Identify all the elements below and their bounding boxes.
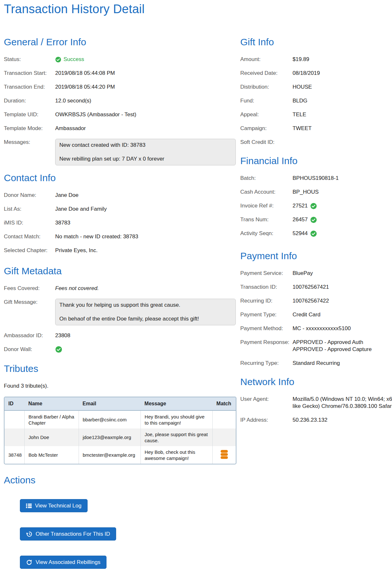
recurring-type-value: Standard Recurring	[293, 360, 340, 367]
received-date-row: Received Date: 08/18/2019	[240, 70, 392, 77]
trans-num-row: Trans Num: 26457	[240, 216, 392, 223]
column-header-email: Email	[79, 397, 141, 410]
donor-name-value: Jane Doe	[55, 192, 79, 199]
batch-label: Batch:	[240, 175, 293, 182]
column-header-message: Message	[141, 397, 212, 410]
column-header-match: Match	[213, 397, 236, 410]
activity-seqn-label: Activity Seqn:	[240, 230, 293, 237]
transaction-start-value: 2019/08/18 05:44:08 PM	[55, 70, 115, 77]
history-icon	[26, 531, 32, 537]
tribute-email-cell: bmctester@example.org	[79, 446, 141, 464]
table-row: John Doe jdoe123@eaxmple.org Joe, please…	[4, 428, 236, 446]
imis-id-label: iMIS ID:	[4, 219, 55, 226]
payment-service-row: Payment Service: BluePay	[240, 270, 392, 277]
redo-icon	[26, 559, 32, 566]
section-heading-actions: Actions	[4, 475, 240, 486]
invoice-ref-value: 27521	[293, 202, 317, 209]
transaction-start-label: Transaction Start:	[4, 70, 55, 77]
content-columns: General / Error Info Status: Success Tra…	[4, 16, 392, 569]
invoice-ref-row: Invoice Ref #: 27521	[240, 202, 392, 209]
template-mode-label: Template Mode:	[4, 125, 55, 132]
view-technical-log-button[interactable]: View Technical Log	[20, 499, 88, 512]
table-row: Brandi Barber / Alpha Chapter bbarber@cs…	[4, 410, 236, 428]
template-uid-label: Template UID:	[4, 111, 55, 118]
right-column: Gift Info Amount: $19.89 Received Date: …	[240, 16, 392, 430]
appeal-row: Appeal: TELE	[240, 111, 392, 118]
tribute-match-cell	[213, 428, 236, 446]
amount-row: Amount: $19.89	[240, 56, 392, 63]
payment-response-line: APPROVED - Approved Auth	[293, 339, 372, 346]
tribute-message-cell: Hey Bob, check out this awesome campaign…	[141, 446, 212, 464]
check-circle-icon	[55, 346, 62, 353]
distribution-row: Distribution: HOUSE	[240, 84, 392, 91]
template-mode-row: Template Mode: Ambassador	[4, 125, 240, 132]
ambassador-id-row: Ambassador ID: 23808	[4, 332, 240, 339]
messages-row: Messages: New contact created with ID: 3…	[4, 139, 240, 165]
recurring-type-label: Recurring Type:	[240, 360, 293, 367]
ambassador-id-label: Ambassador ID:	[4, 332, 55, 339]
tribute-match-cell	[213, 446, 236, 464]
campaign-row: Campaign: TWEET	[240, 125, 392, 132]
fund-row: Fund: BLDG	[240, 97, 392, 104]
campaign-label: Campaign:	[240, 125, 293, 132]
status-row: Status: Success	[4, 56, 240, 63]
other-transactions-button[interactable]: Other Transactions For This ID	[20, 527, 116, 541]
tribute-name-cell: Bob McTester	[24, 446, 79, 464]
messages-box: New contact created with ID: 38783 New r…	[55, 139, 236, 165]
gift-message-line: Thank you for helping us support this gr…	[59, 302, 232, 309]
recurring-type-row: Recurring Type: Standard Recurring	[240, 360, 392, 367]
contact-match-label: Contact Match:	[4, 233, 55, 240]
cash-account-value: BP_HOUS	[293, 189, 319, 196]
contact-match-value: No match - new ID created: 38783	[55, 233, 138, 240]
tribute-email-cell: bbarber@csiinc.com	[79, 410, 141, 428]
user-agent-row: User Agent: Mozilla/5.0 (Windows NT 10.0…	[240, 396, 392, 410]
activity-seqn-value: 52944	[293, 230, 317, 237]
recurring-id-row: Recurring ID: 100762567422	[240, 297, 392, 304]
left-column: General / Error Info Status: Success Tra…	[4, 16, 240, 569]
transaction-id-row: Transaction ID: 100762567421	[240, 284, 392, 291]
donor-wall-label: Donor Wall:	[4, 346, 55, 355]
trans-num-label: Trans Num:	[240, 216, 293, 223]
user-agent-line: Mozilla/5.0 (Windows NT 10.0; Win64; x64…	[293, 396, 392, 403]
action-button-row: Other Transactions For This ID	[4, 527, 240, 541]
fees-covered-row: Fees Covered: Fees not covered.	[4, 285, 240, 292]
selected-chapter-row: Selected Chapter: Private Eyes, Inc.	[4, 247, 240, 254]
payment-method-row: Payment Method: MC - xxxxxxxxxxxx5100	[240, 325, 392, 332]
check-circle-icon	[310, 230, 317, 237]
tribute-message-cell: Joe, please support this great cause.	[141, 428, 212, 446]
view-associated-rebillings-button[interactable]: View Associated Rebillings	[20, 556, 107, 569]
trans-num-value: 26457	[293, 216, 317, 223]
transaction-id-label: Transaction ID:	[240, 284, 293, 291]
tribute-id-cell	[4, 410, 24, 428]
payment-response-value: APPROVED - Approved Auth APPROVED - Appr…	[293, 339, 372, 353]
distribution-label: Distribution:	[240, 84, 293, 91]
duration-value: 12.0 second(s)	[55, 97, 91, 104]
ip-address-value: 50.236.23.132	[293, 417, 328, 424]
transaction-start-row: Transaction Start: 2019/08/18 05:44:08 P…	[4, 70, 240, 77]
tribute-id-cell: 38748	[4, 446, 24, 464]
received-date-label: Received Date:	[240, 70, 293, 77]
section-heading-gift-metadata: Gift Metadata	[4, 266, 240, 277]
page-title: Transaction History Detail	[4, 2, 392, 16]
button-label: View Technical Log	[35, 503, 81, 509]
status-label: Status:	[4, 56, 55, 63]
action-button-row: View Technical Log	[4, 499, 240, 512]
duration-row: Duration: 12.0 second(s)	[4, 97, 240, 104]
transaction-end-label: Transaction End:	[4, 84, 55, 91]
payment-type-label: Payment Type:	[240, 311, 293, 318]
batch-value: BPHOUS190818-1	[293, 175, 339, 182]
status-text: Success	[64, 56, 84, 63]
recurring-id-label: Recurring ID:	[240, 297, 293, 304]
button-label: View Associated Rebillings	[36, 559, 100, 566]
amount-label: Amount:	[240, 56, 293, 63]
tributes-found-text: Found 3 tribute(s).	[4, 383, 240, 390]
messages-label: Messages:	[4, 139, 55, 165]
gift-message-row: Gift Message: Thank you for helping us s…	[4, 299, 240, 325]
tribute-message-cell: Hey Brandi, you should give to this camp…	[141, 410, 212, 428]
gift-message-line: On behaof of the entire Doe family, plea…	[59, 315, 232, 322]
tributes-table: ID Name Email Message Match Brandi Barbe…	[4, 397, 236, 464]
payment-service-value: BluePay	[293, 270, 313, 277]
trans-num-number: 26457	[293, 216, 308, 223]
duration-label: Duration:	[4, 97, 55, 104]
status-value: Success	[55, 56, 84, 63]
